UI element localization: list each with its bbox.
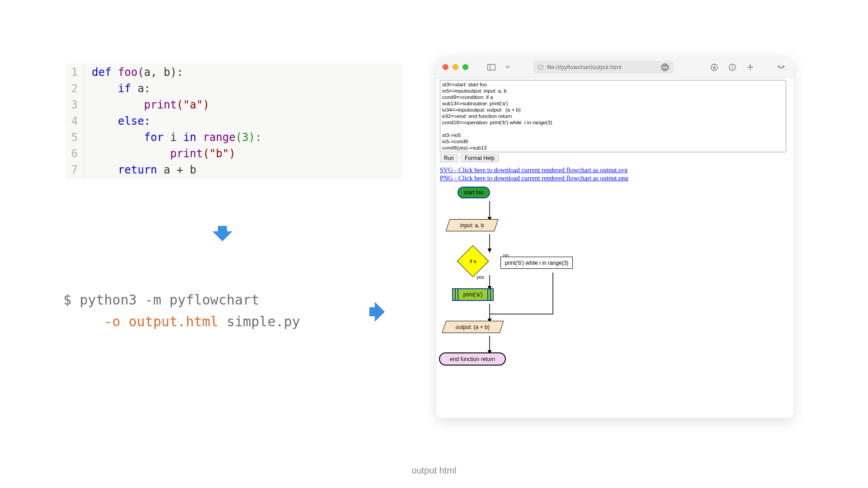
dsl-textarea[interactable]: st3=>start: start foo io5=>inputoutput: … — [440, 80, 786, 152]
flowchart-start-node: start foo — [458, 187, 490, 198]
code-line: print("a") — [85, 97, 209, 113]
line-number: 7 — [66, 162, 85, 178]
overflow-icon[interactable] — [775, 61, 787, 73]
svg-point-9 — [732, 66, 733, 66]
flowchart-end-node: end function return — [439, 352, 506, 366]
svg-marker-1 — [369, 302, 385, 322]
prompt-symbol: $ — [63, 292, 80, 308]
close-icon[interactable] — [443, 64, 448, 70]
line-number: 1 — [66, 64, 85, 80]
line-number: 4 — [66, 113, 85, 129]
format-help-button[interactable]: Format Help — [461, 154, 499, 162]
code-line: print("b") — [85, 145, 236, 162]
url-text: file:///pyflowchart/output.html — [547, 64, 622, 70]
down-arrow-icon — [212, 226, 232, 243]
sidebar-icon[interactable] — [486, 61, 497, 73]
flowchart-operation-node: print('b') while i in range(3) — [500, 257, 573, 269]
flowchart-output-node: output: (a + b) — [444, 321, 502, 333]
flowchart-canvas: start foo input: a, b if a no yes print(… — [436, 183, 793, 409]
traffic-lights — [443, 64, 468, 70]
url-bar[interactable]: file:///pyflowchart/output.html ••• — [533, 61, 674, 74]
code-line: else: — [85, 113, 151, 129]
command-line: $ python3 -m pyflowchart -o output.html … — [63, 289, 300, 333]
code-line: if a: — [85, 80, 151, 97]
right-arrow-icon — [369, 302, 385, 324]
info-icon[interactable] — [726, 61, 738, 73]
cmd-flag: -o output.html — [104, 314, 218, 329]
cmd-text: python3 -m pyflowchart — [80, 292, 259, 308]
code-line: for i in range(3): — [85, 129, 262, 145]
caption-text: output html — [0, 465, 868, 476]
download-svg-link[interactable]: SVG - Click here to download current ren… — [440, 166, 790, 174]
code-line: return a + b — [85, 162, 196, 178]
flowchart-condition-node: if a — [462, 250, 484, 272]
download-png-link[interactable]: PNG - Click here to download current ren… — [440, 174, 790, 182]
code-line: def foo(a, b): — [85, 64, 183, 80]
chevron-down-icon[interactable] — [502, 61, 514, 73]
flowchart-input-node: input: a, b — [448, 219, 496, 231]
not-secure-icon — [538, 65, 543, 70]
svg-marker-0 — [212, 226, 232, 241]
browser-window: file:///pyflowchart/output.html ••• st3=… — [436, 56, 793, 418]
browser-toolbar: file:///pyflowchart/output.html ••• — [436, 56, 793, 78]
minimize-icon[interactable] — [453, 64, 458, 70]
new-tab-icon[interactable] — [745, 61, 756, 73]
run-button[interactable]: Run — [440, 154, 458, 162]
browser-content: st3=>start: start foo io5=>inputoutput: … — [436, 80, 793, 409]
cmd-arg: simple.py — [218, 314, 300, 329]
reader-badge-icon[interactable]: ••• — [661, 63, 669, 71]
maximize-icon[interactable] — [462, 64, 468, 70]
line-number: 5 — [66, 129, 85, 145]
download-icon[interactable] — [708, 61, 720, 73]
svg-line-5 — [539, 66, 542, 69]
source-code-panel: 1def foo(a, b): 2 if a: 3 print("a") 4 e… — [66, 63, 402, 179]
line-number: 2 — [66, 80, 85, 97]
svg-rect-2 — [488, 64, 495, 70]
line-number: 3 — [66, 97, 85, 113]
line-number: 6 — [66, 145, 85, 162]
flowchart-subroutine-node: print('a') — [452, 288, 494, 301]
flowchart-edges — [453, 186, 611, 375]
flowchart-edge-label-yes: yes — [476, 274, 484, 280]
